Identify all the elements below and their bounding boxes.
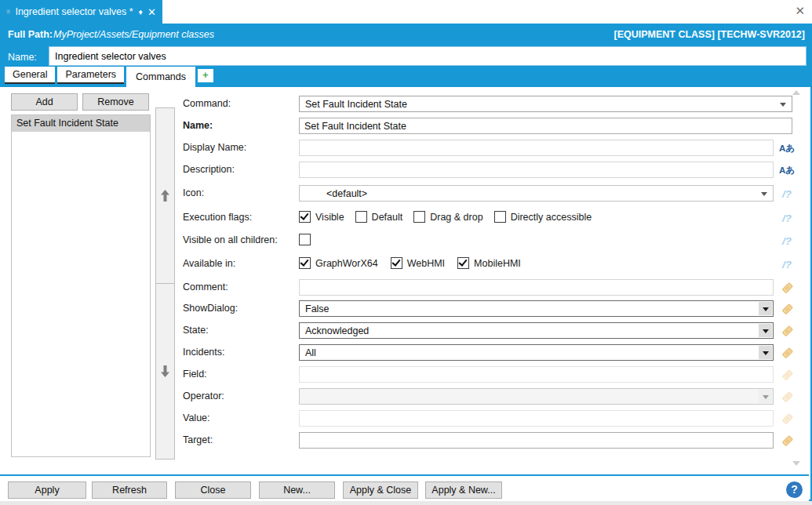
- chevron-down-icon[interactable]: [759, 302, 772, 315]
- tag-icon[interactable]: [777, 434, 796, 448]
- row-target: Target:: [183, 432, 804, 451]
- tag-icon[interactable]: [777, 281, 796, 295]
- add-tab-button[interactable]: +: [198, 69, 213, 82]
- apply-button[interactable]: Apply: [8, 481, 86, 499]
- row-field: Field:: [183, 366, 804, 385]
- chevron-down-icon: [759, 390, 772, 403]
- checkbox-default[interactable]: [355, 211, 367, 223]
- remove-command-button[interactable]: Remove: [82, 93, 149, 111]
- chevron-down-icon: [761, 192, 767, 199]
- scroll-down-icon[interactable]: [792, 461, 800, 466]
- tab-parameters[interactable]: Parameters: [57, 67, 124, 84]
- apply-and-close-button[interactable]: Apply & Close: [343, 481, 418, 499]
- tab-commands[interactable]: Commands: [126, 67, 195, 87]
- showdialog-combobox[interactable]: False: [299, 300, 774, 317]
- full-path-label: Full Path:: [8, 29, 53, 40]
- row-display-name: Display Name: Aあ: [183, 140, 804, 158]
- row-description: Description: Aあ: [183, 162, 804, 180]
- display-name-label: Display Name:: [183, 142, 246, 153]
- comment-input[interactable]: [299, 279, 774, 296]
- state-combobox[interactable]: Acknowledged: [299, 322, 774, 339]
- arrow-down-icon: [160, 365, 170, 378]
- value-input[interactable]: [299, 410, 774, 427]
- description-input[interactable]: [299, 162, 774, 178]
- row-operator: Operator:: [183, 388, 804, 407]
- tag-icon[interactable]: [777, 302, 796, 316]
- commands-panel: Add Remove Set Fault Incident State Comm…: [0, 87, 809, 474]
- checkbox-webhmi[interactable]: [391, 257, 402, 269]
- name-label: Name:: [8, 52, 37, 63]
- global-alias-icon[interactable]: /?: [777, 211, 796, 225]
- localization-icon[interactable]: Aあ: [777, 141, 796, 155]
- row-execution-flags: Execution flags: Visible Default Drag & …: [183, 209, 804, 228]
- apply-and-new-button[interactable]: Apply & New...: [425, 481, 502, 499]
- field-label: Field:: [183, 369, 207, 380]
- document-tab-close-icon[interactable]: ✕: [147, 7, 156, 17]
- tag-icon[interactable]: [777, 346, 796, 360]
- arrow-up-icon: [160, 189, 170, 202]
- command-name-input[interactable]: [299, 118, 792, 134]
- list-item-selected[interactable]: Set Fault Incident State: [12, 115, 150, 132]
- tab-bar: General Parameters Commands +: [5, 67, 213, 87]
- icon-label: Icon:: [183, 187, 204, 198]
- tag-icon[interactable]: [777, 324, 796, 338]
- row-state: State: Acknowledged: [183, 322, 804, 341]
- chevron-down-icon[interactable]: [759, 324, 772, 337]
- command-combobox[interactable]: Set Fault Incident State: [299, 96, 792, 112]
- global-alias-icon[interactable]: /?: [777, 257, 796, 271]
- refresh-button[interactable]: Refresh: [92, 481, 167, 499]
- display-name-input[interactable]: [299, 140, 774, 156]
- checkbox-mobilehmi[interactable]: [457, 257, 469, 269]
- value-label: Value:: [183, 412, 210, 423]
- operator-combobox: [299, 388, 774, 405]
- chevron-down-icon[interactable]: [759, 346, 772, 359]
- tab-general[interactable]: General: [5, 67, 55, 84]
- row-showdialog: ShowDialog: False: [183, 300, 804, 319]
- operator-label: Operator:: [183, 391, 224, 401]
- global-alias-icon[interactable]: /?: [777, 187, 796, 201]
- close-button[interactable]: Close: [175, 481, 251, 499]
- move-down-button[interactable]: [155, 283, 175, 460]
- navigate-up-icon[interactable]: [138, 6, 144, 18]
- equipment-class-icon: [6, 6, 10, 17]
- checkbox-directly-accessible[interactable]: [494, 211, 506, 223]
- scroll-up-icon[interactable]: [792, 90, 800, 95]
- visible-on-all-children-label: Visible on all children:: [183, 234, 278, 245]
- row-visible-on-all-children: Visible on all children: /?: [183, 232, 804, 251]
- command-label: Command:: [183, 98, 231, 109]
- target-input[interactable]: [299, 432, 774, 449]
- editor-window: Full Path: MyProject/Assets/Equipment cl…: [0, 24, 812, 501]
- context-badges: [EQUIPMENT CLASS] [TECHW-SVR2012]: [614, 29, 805, 40]
- document-tab[interactable]: Ingredient selector valves * ✕: [0, 0, 162, 24]
- checkbox-visible[interactable]: [299, 211, 311, 223]
- tag-icon-disabled: [777, 412, 796, 426]
- incidents-combobox[interactable]: All: [299, 344, 774, 361]
- name-input[interactable]: [49, 46, 807, 66]
- help-button[interactable]: ?: [786, 481, 803, 498]
- checkbox-drag-drop[interactable]: [413, 211, 425, 223]
- move-up-button[interactable]: [155, 107, 175, 284]
- add-command-button[interactable]: Add: [11, 93, 78, 111]
- row-incidents: Incidents: All: [183, 344, 804, 363]
- command-list[interactable]: Set Fault Incident State: [11, 114, 151, 457]
- tag-icon-disabled: [777, 368, 796, 382]
- incidents-label: Incidents:: [183, 347, 225, 358]
- new-button[interactable]: New...: [259, 481, 335, 499]
- document-tab-title: Ingredient selector valves *: [15, 6, 133, 17]
- command-name-label: Name:: [183, 120, 213, 131]
- full-path-value: MyProject/Assets/Equipment classes: [53, 29, 214, 40]
- state-label: State:: [183, 325, 209, 336]
- checkbox-graphworx64[interactable]: [299, 257, 311, 269]
- checkbox-visible-on-all-children[interactable]: [299, 234, 311, 245]
- row-icon: Icon: <default> /?: [183, 185, 804, 204]
- row-name: Name:: [183, 118, 804, 136]
- header-band: Full Path: MyProject/Assets/Equipment cl…: [0, 24, 812, 87]
- showdialog-label: ShowDialog:: [183, 303, 238, 314]
- window-close-icon[interactable]: ✕: [795, 5, 805, 16]
- localization-icon[interactable]: Aあ: [777, 163, 796, 177]
- description-label: Description:: [183, 164, 235, 175]
- icon-combobox[interactable]: <default>: [299, 185, 774, 202]
- row-available-in: Available in: GraphWorX64 WebHMI MobileH…: [183, 256, 804, 274]
- global-alias-icon[interactable]: /?: [777, 234, 796, 248]
- row-value: Value:: [183, 410, 804, 429]
